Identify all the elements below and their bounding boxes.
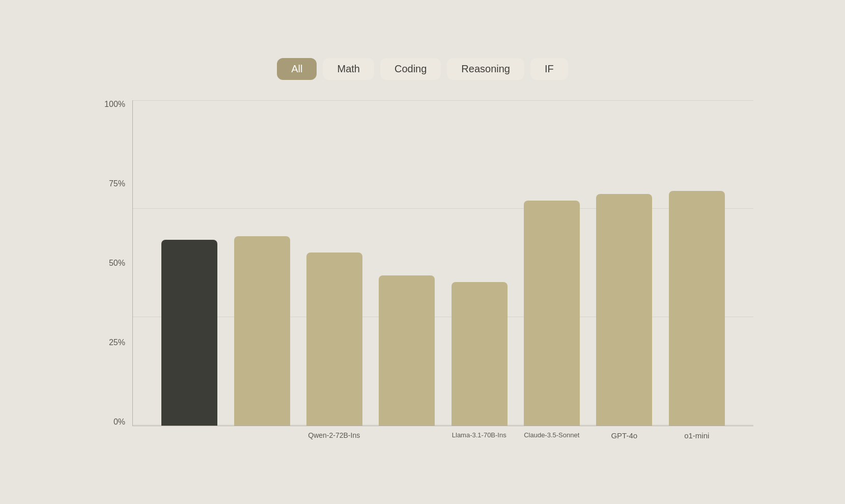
bars-and-grid <box>132 100 753 426</box>
bars-row <box>133 100 753 426</box>
bar-group-llama-tan2 <box>452 282 508 426</box>
bar-llama-tan1 <box>379 275 435 425</box>
x-axis-labels: Qwen-2-72B-Ins Llama-3.1-70B-Ins Claude-… <box>132 426 753 446</box>
y-axis: 100% 75% 50% 25% 0% <box>92 100 132 446</box>
x-label-claude: Claude-3.5-Sonnet <box>524 431 580 446</box>
main-container: All Math Coding Reasoning IF 100% 75% 50… <box>92 58 753 446</box>
bar-group-claude <box>524 201 580 426</box>
bar-o1mini <box>669 191 725 426</box>
x-label-llama-tan2: Llama-3.1-70B-Ins <box>451 431 507 446</box>
bar-claude <box>524 201 580 426</box>
bar-group-llama-tan1 <box>379 275 435 425</box>
tab-reasoning[interactable]: Reasoning <box>447 58 524 80</box>
y-label-50: 50% <box>109 259 125 267</box>
bar-group-qwen-dark <box>161 240 217 426</box>
y-label-100: 100% <box>104 100 125 108</box>
x-label-o1mini: o1-mini <box>669 431 725 446</box>
chart-container: 100% 75% 50% 25% 0% <box>92 95 753 446</box>
bar-qwen-tan2 <box>306 253 362 425</box>
bar-group-o1mini <box>669 191 725 426</box>
y-label-25: 25% <box>109 339 125 347</box>
tab-all[interactable]: All <box>277 58 317 80</box>
bar-qwen-tan1 <box>234 236 290 425</box>
y-label-0: 0% <box>114 418 125 426</box>
x-label-gpt4o: GPT-4o <box>596 431 652 446</box>
chart-inner: Qwen-2-72B-Ins Llama-3.1-70B-Ins Claude-… <box>132 100 753 446</box>
bar-gpt4o <box>596 194 652 425</box>
tab-coding[interactable]: Coding <box>380 58 441 80</box>
bar-group-qwen-tan2 <box>306 253 362 425</box>
x-label-qwen-tan1 <box>234 431 290 446</box>
x-label-qwen-tan2: Qwen-2-72B-Ins <box>306 431 362 446</box>
tab-math[interactable]: Math <box>323 58 374 80</box>
filter-tabs: All Math Coding Reasoning IF <box>277 58 568 80</box>
bar-group-gpt4o <box>596 194 652 425</box>
x-label-qwen-dark <box>161 431 217 446</box>
bar-group-qwen-tan1 <box>234 236 290 425</box>
bar-llama-tan2 <box>452 282 508 426</box>
y-label-75: 75% <box>109 180 125 188</box>
bar-qwen-dark <box>161 240 217 426</box>
x-label-llama-tan1 <box>379 431 435 446</box>
tab-if[interactable]: IF <box>530 58 568 80</box>
